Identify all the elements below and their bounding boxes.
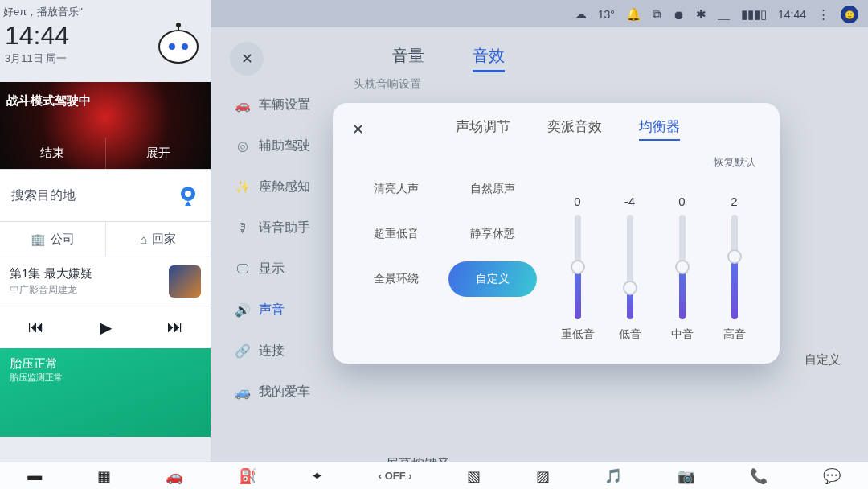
eq-preset[interactable]: 超重低音 (352, 216, 440, 252)
dock-climate-off[interactable]: ‹ OFF › (379, 470, 412, 482)
eq-tab-equalizer[interactable]: 均衡器 (639, 117, 680, 141)
dock-assistant-icon[interactable]: 💬 (823, 467, 841, 485)
media-artwork (169, 265, 201, 298)
bell-icon[interactable]: 🔔 (626, 7, 641, 22)
voice-tip: 好eπ，播放音乐" (0, 0, 211, 19)
shortcut-home-label: 回家 (152, 232, 176, 247)
eq-band-value: -4 (624, 195, 635, 208)
status-bar: ☁ 13° 🔔 ⧉ ⏺ ✱ ⸏ ▮▮▮▯ 14:44 ⋮ 🙂 (575, 5, 858, 24)
dock-energy-icon[interactable]: ⛽ (239, 467, 256, 485)
settings-nav-item[interactable]: 🚙我的爱车 (230, 374, 350, 410)
tire-title: 胎压正常 (10, 356, 201, 372)
nav-icon: ◎ (235, 138, 251, 154)
drive-end-button[interactable]: 结束 (0, 138, 105, 169)
eq-band: 0重低音 (557, 195, 599, 342)
shortcut-home[interactable]: ⌂ 回家 (105, 222, 211, 257)
eq-band-slider[interactable] (679, 215, 686, 319)
cloud-icon: ☁ (575, 7, 587, 22)
eq-band-name: 重低音 (561, 327, 595, 342)
eq-band-slider[interactable] (575, 215, 581, 319)
destination-search[interactable]: 搜索目的地 (0, 169, 211, 222)
eq-band: 0中音 (661, 195, 703, 342)
drive-mode-title: 战斗模式驾驶中 (6, 93, 91, 109)
dock-apps-icon[interactable]: ▦ (97, 467, 111, 485)
settings-top-tabs: 音量 音效 (392, 45, 505, 72)
now-playing-card[interactable]: 第1集 最大嫌疑 中广影音周建龙 (0, 257, 211, 306)
dock-defrost-front-icon[interactable]: ▧ (467, 467, 481, 485)
nav-label: 显示 (259, 261, 285, 277)
headrest-audio-label: 头枕音响设置 (354, 77, 421, 92)
eq-band-name: 高音 (723, 327, 746, 342)
svg-point-6 (185, 191, 191, 197)
dock-music-icon[interactable]: 🎵 (604, 467, 622, 485)
nav-icon: 🚙 (235, 384, 251, 400)
eq-band-slider[interactable] (627, 215, 633, 319)
dock-phone-icon[interactable]: 📞 (750, 467, 768, 485)
nav-icon: 🔗 (235, 343, 251, 359)
settings-close-button[interactable]: ✕ (230, 42, 264, 76)
destination-search-placeholder: 搜索目的地 (11, 187, 76, 204)
eq-preset[interactable]: 自定义 (448, 261, 537, 297)
assistant-robot-icon[interactable] (153, 23, 204, 74)
svg-point-0 (159, 31, 198, 63)
dock-defrost-rear-icon[interactable]: ▨ (536, 467, 550, 485)
avatar[interactable]: 🙂 (841, 6, 858, 23)
eq-preset[interactable]: 静享休憩 (448, 216, 537, 252)
nav-icon: 🖵 (235, 262, 251, 277)
screenrec-icon[interactable]: ⏺ (673, 8, 685, 22)
eq-band-value: 0 (574, 195, 580, 208)
nav-icon: ✨ (235, 179, 251, 195)
nav-label: 我的爱车 (259, 384, 310, 401)
tab-volume[interactable]: 音量 (392, 45, 424, 72)
eq-reset-button[interactable]: 恢复默认 (551, 154, 760, 175)
dock-camera-icon[interactable]: 📷 (678, 467, 695, 485)
eq-preset[interactable]: 自然原声 (448, 171, 537, 207)
media-subtitle: 中广影音周建龙 (10, 283, 161, 297)
eq-band-value: 2 (731, 195, 737, 208)
nav-icon: 🚗 (235, 97, 251, 113)
drive-expand-button[interactable]: 展开 (105, 138, 211, 169)
range-icon: ⸏ (718, 7, 730, 22)
eq-close-button[interactable]: ✕ (352, 121, 375, 138)
shortcut-company[interactable]: 🏢 公司 (0, 222, 105, 257)
eq-band-name: 低音 (619, 327, 641, 342)
bluetooth-icon[interactable]: ✱ (696, 7, 706, 22)
building-icon: 🏢 (31, 232, 46, 247)
next-track-icon[interactable]: ⏭ (167, 318, 183, 337)
nav-label: 连接 (259, 343, 285, 360)
media-controls: ⏮ ▶ ⏭ (0, 306, 211, 348)
eq-band: 2高音 (714, 195, 755, 342)
status-temp: 13° (598, 8, 615, 21)
eq-tab-yipai[interactable]: 奕派音效 (547, 117, 602, 141)
bottom-dock: ▬ ▦ 🚗 ⛽ ✦ ‹ OFF › ▧ ▨ 🎵 📷 📞 💬 (0, 462, 868, 489)
dock-car-icon[interactable]: 🚗 (166, 467, 183, 485)
eq-preset[interactable]: 清亮人声 (352, 171, 440, 207)
eq-preset[interactable]: 全景环绕 (352, 261, 440, 297)
svg-point-1 (169, 43, 175, 50)
svg-point-4 (176, 23, 181, 27)
status-more-icon[interactable]: ⋮ (817, 7, 829, 22)
prev-track-icon[interactable]: ⏮ (28, 318, 44, 337)
dock-fan-icon[interactable]: ✦ (311, 467, 323, 485)
tab-sound-effects[interactable]: 音效 (473, 45, 505, 72)
drive-mode-card: 战斗模式驾驶中 结束 展开 (0, 82, 211, 169)
nav-label: 声音 (259, 302, 285, 318)
nav-icon: 🔊 (235, 302, 251, 318)
close-icon: ✕ (241, 50, 253, 68)
eq-preset-grid: 清亮人声自然原声超重低音静享休憩全景环绕自定义 (352, 154, 537, 347)
close-icon: ✕ (352, 121, 364, 138)
background-custom-label: 自定义 (805, 352, 841, 368)
dock-home-icon[interactable]: ▬ (27, 467, 42, 484)
status-time: 14:44 (778, 8, 806, 21)
clock-date: 3月11日 周一 (5, 51, 69, 66)
nav-label: 车辆设置 (259, 97, 310, 113)
shortcut-company-label: 公司 (51, 232, 75, 247)
eq-tab-soundfield[interactable]: 声场调节 (456, 117, 510, 141)
eq-band-name: 中音 (671, 327, 694, 342)
play-icon[interactable]: ▶ (100, 318, 112, 337)
home-icon: ⌂ (140, 232, 147, 246)
tire-pressure-card[interactable]: 胎压正常 胎压监测正常 (0, 348, 211, 437)
eq-tabs: 声场调节 奕派音效 均衡器 (375, 117, 760, 141)
eq-band-slider[interactable] (731, 215, 738, 319)
dashcam-icon[interactable]: ⧉ (653, 7, 661, 22)
